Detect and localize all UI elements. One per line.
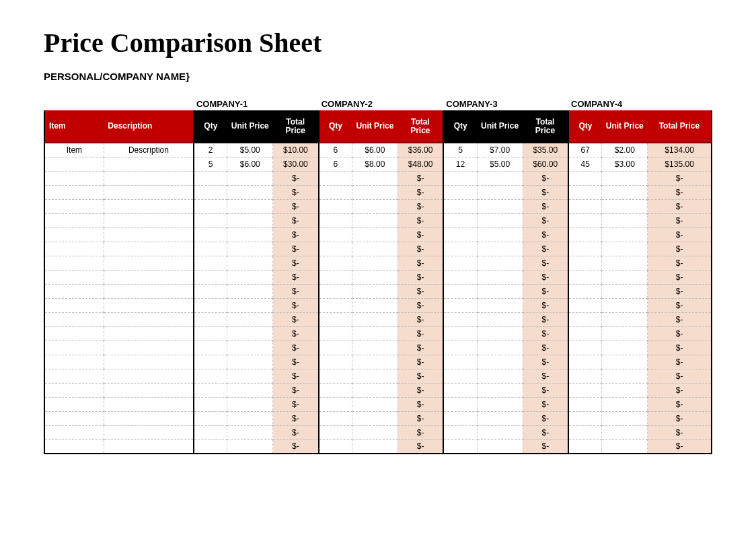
cell-c2-total[interactable]: $- — [398, 270, 443, 284]
cell-c1-total[interactable]: $- — [273, 284, 319, 298]
cell-c1-unit[interactable] — [227, 270, 273, 284]
cell-c1-qty[interactable] — [194, 284, 227, 298]
cell-c3-total[interactable]: $- — [523, 199, 568, 213]
cell-c4-total[interactable]: $- — [648, 341, 712, 355]
cell-c2-unit[interactable] — [352, 284, 398, 298]
cell-c4-qty[interactable] — [568, 171, 602, 185]
cell-c2-total[interactable]: $- — [398, 312, 443, 326]
cell-c4-total[interactable]: $- — [648, 369, 712, 383]
cell-c4-qty[interactable] — [568, 270, 602, 284]
cell-c3-total[interactable]: $- — [523, 411, 568, 425]
cell-c2-total[interactable]: $- — [398, 213, 443, 227]
cell-c2-qty[interactable] — [319, 383, 352, 397]
cell-c2-total[interactable]: $- — [398, 171, 443, 185]
cell-c2-unit[interactable] — [352, 326, 398, 341]
cell-item[interactable] — [44, 425, 104, 439]
cell-c3-qty[interactable]: 5 — [443, 143, 477, 157]
cell-c3-total[interactable]: $35.00 — [523, 143, 568, 157]
cell-c4-total[interactable]: $- — [648, 185, 712, 199]
cell-c1-qty[interactable] — [194, 425, 227, 439]
cell-c3-qty[interactable] — [443, 425, 477, 439]
cell-c1-total[interactable]: $- — [273, 242, 319, 256]
cell-c2-qty[interactable]: 6 — [319, 143, 352, 157]
cell-c2-total[interactable]: $- — [398, 369, 443, 383]
cell-description[interactable] — [104, 284, 194, 298]
cell-c4-unit[interactable] — [602, 256, 648, 270]
cell-c2-total[interactable]: $- — [398, 411, 443, 425]
cell-c3-unit[interactable] — [477, 298, 523, 312]
cell-description[interactable] — [104, 199, 194, 213]
cell-c2-unit[interactable]: $6.00 — [352, 143, 398, 157]
cell-c4-qty[interactable] — [568, 397, 602, 411]
cell-c1-total[interactable]: $- — [273, 298, 319, 312]
cell-c4-total[interactable]: $- — [648, 227, 712, 242]
cell-c2-unit[interactable] — [352, 383, 398, 397]
cell-c1-total[interactable]: $- — [273, 397, 319, 411]
cell-c3-unit[interactable] — [477, 439, 523, 454]
cell-c2-total[interactable]: $- — [398, 256, 443, 270]
cell-c2-total[interactable]: $- — [398, 355, 443, 369]
cell-c1-unit[interactable] — [227, 185, 273, 199]
cell-c2-qty[interactable] — [319, 425, 352, 439]
cell-c3-unit[interactable] — [477, 369, 523, 383]
cell-c4-qty[interactable] — [568, 425, 602, 439]
cell-c2-total[interactable]: $36.00 — [398, 143, 443, 157]
cell-c2-unit[interactable] — [352, 312, 398, 326]
cell-c2-total[interactable]: $- — [398, 397, 443, 411]
cell-c4-qty[interactable] — [568, 256, 602, 270]
cell-c3-unit[interactable] — [477, 284, 523, 298]
cell-item[interactable] — [44, 270, 104, 284]
cell-c4-qty[interactable] — [568, 312, 602, 326]
cell-c3-unit[interactable] — [477, 355, 523, 369]
cell-c4-qty[interactable] — [568, 284, 602, 298]
cell-c1-qty[interactable] — [194, 369, 227, 383]
cell-c3-total[interactable]: $- — [523, 298, 568, 312]
cell-item[interactable] — [44, 242, 104, 256]
cell-c1-qty[interactable] — [194, 199, 227, 213]
cell-c4-qty[interactable] — [568, 369, 602, 383]
cell-c1-unit[interactable] — [227, 227, 273, 242]
cell-c2-unit[interactable] — [352, 369, 398, 383]
cell-item[interactable] — [44, 171, 104, 185]
cell-c4-qty[interactable] — [568, 341, 602, 355]
cell-c1-unit[interactable] — [227, 355, 273, 369]
cell-c2-total[interactable]: $- — [398, 383, 443, 397]
cell-c1-qty[interactable] — [194, 227, 227, 242]
cell-item[interactable] — [44, 199, 104, 213]
cell-c3-total[interactable]: $- — [523, 355, 568, 369]
cell-c3-qty[interactable] — [443, 171, 477, 185]
cell-c1-unit[interactable] — [227, 284, 273, 298]
cell-c1-total[interactable]: $- — [273, 171, 319, 185]
cell-c4-unit[interactable] — [602, 326, 648, 341]
cell-c2-unit[interactable] — [352, 270, 398, 284]
cell-description[interactable]: Description — [104, 143, 194, 157]
cell-c3-qty[interactable] — [443, 256, 477, 270]
cell-description[interactable] — [104, 439, 194, 454]
cell-c3-unit[interactable] — [477, 312, 523, 326]
cell-c4-total[interactable]: $134.00 — [648, 143, 712, 157]
cell-c4-total[interactable]: $- — [648, 425, 712, 439]
cell-c1-qty[interactable] — [194, 270, 227, 284]
cell-c3-unit[interactable]: $5.00 — [477, 157, 523, 171]
cell-c1-total[interactable]: $- — [273, 185, 319, 199]
cell-c4-unit[interactable] — [602, 439, 648, 454]
cell-c2-unit[interactable] — [352, 411, 398, 425]
cell-c3-unit[interactable] — [477, 341, 523, 355]
cell-description[interactable] — [104, 397, 194, 411]
cell-description[interactable] — [104, 157, 194, 171]
cell-c4-qty[interactable] — [568, 439, 602, 454]
cell-item[interactable] — [44, 341, 104, 355]
cell-c1-total[interactable]: $- — [273, 227, 319, 242]
cell-c1-unit[interactable] — [227, 383, 273, 397]
cell-c3-total[interactable]: $- — [523, 270, 568, 284]
cell-description[interactable] — [104, 298, 194, 312]
cell-c1-unit[interactable] — [227, 369, 273, 383]
cell-c2-total[interactable]: $- — [398, 425, 443, 439]
cell-c4-total[interactable]: $135.00 — [648, 157, 712, 171]
cell-c3-qty[interactable] — [443, 355, 477, 369]
cell-c4-total[interactable]: $- — [648, 171, 712, 185]
cell-description[interactable] — [104, 369, 194, 383]
cell-c1-qty[interactable] — [194, 171, 227, 185]
cell-c4-qty[interactable] — [568, 213, 602, 227]
cell-description[interactable] — [104, 213, 194, 227]
